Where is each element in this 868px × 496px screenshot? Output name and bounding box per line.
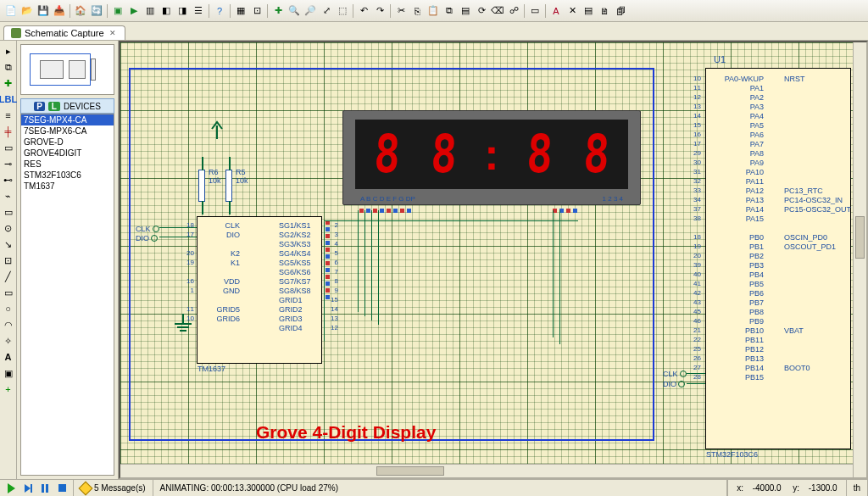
terminal-dio[interactable]: DIO <box>136 234 158 242</box>
schematic-icon <box>11 28 21 38</box>
page-next-icon[interactable]: ◨ <box>175 3 190 19</box>
help-icon[interactable]: ? <box>212 3 227 19</box>
erc-icon[interactable]: A <box>548 3 564 19</box>
device-item[interactable]: 7SEG-MPX6-CA <box>21 125 114 137</box>
text-script-icon[interactable]: ≡ <box>2 109 15 122</box>
bom-icon[interactable]: ✕ <box>565 3 580 19</box>
select-icon[interactable]: ▸ <box>2 44 15 58</box>
chip-tm1637[interactable]: 18CLK17DIO20K219K116VDD1GND11GRID510GRID… <box>197 216 322 364</box>
tab-schematic-capture[interactable]: Schematic Capture ✕ <box>3 25 125 40</box>
sim-play-icon[interactable] <box>5 482 17 494</box>
tape-icon[interactable]: ▭ <box>2 205 15 219</box>
block-move-icon[interactable]: ▤ <box>458 3 473 19</box>
side-panel: P L DEVICES 7SEG-MPX4-CA7SEG-MPX6-CAGROV… <box>17 41 119 479</box>
play-sim-icon[interactable]: ▶ <box>126 3 142 19</box>
zoom-out-icon[interactable]: 🔎 <box>303 3 318 19</box>
rect-icon[interactable]: ▭ <box>2 286 15 299</box>
schematic-canvas[interactable]: Grove 4-Digit Display CLK DIO R610k R510… <box>119 41 868 479</box>
resistor-r6[interactable] <box>198 170 205 202</box>
terminal-u1-clk[interactable]: CLK <box>663 370 687 378</box>
list-icon[interactable]: ☰ <box>191 3 206 19</box>
warning-icon <box>79 481 93 495</box>
graph-icon[interactable]: ⌁ <box>2 189 15 203</box>
main-toolbar: 📄 📂 💾 📥 🏠 🔄 ▣ ▶ ▥ ◧ ◨ ☰ ? ▦ ⊡ ✚ 🔍 🔎 ⤢ ⬚ … <box>0 0 868 22</box>
snap-icon[interactable]: ⊡ <box>249 3 264 19</box>
arc-icon[interactable]: ◠ <box>2 318 15 332</box>
import-icon[interactable]: 📥 <box>52 3 67 19</box>
device-item[interactable]: RES <box>21 159 114 170</box>
component-icon[interactable]: ⧉ <box>2 60 15 74</box>
new-icon[interactable]: 📄 <box>3 3 19 19</box>
grid-icon[interactable]: ▦ <box>233 3 248 19</box>
paste-icon[interactable]: 📋 <box>426 3 441 19</box>
device-item[interactable]: TM1637 <box>21 181 114 192</box>
colon: : <box>484 132 498 176</box>
sim-step-icon[interactable] <box>22 482 34 494</box>
center-icon[interactable]: ✚ <box>270 3 286 19</box>
bus-icon[interactable]: ╪ <box>2 125 15 138</box>
line-icon[interactable]: ╱ <box>2 270 15 283</box>
digit-3: 8 <box>526 128 554 181</box>
pin-icon[interactable]: ⊷ <box>2 173 15 187</box>
block-copy-icon[interactable]: ⧉ <box>442 3 457 19</box>
status-bar: 5 Message(s) ANIMATING: 00:00:13.300000 … <box>0 479 868 496</box>
junction-icon[interactable]: ✚ <box>2 76 15 90</box>
instrument-icon[interactable]: ⊡ <box>2 254 15 267</box>
open-icon[interactable]: 📂 <box>19 3 35 19</box>
messages-cell[interactable]: 5 Message(s) <box>74 480 153 496</box>
board-icon[interactable]: ▣ <box>110 3 125 19</box>
redo-icon[interactable]: ↷ <box>372 3 387 19</box>
mode-toolbar: ▸ ⧉ ✚ LBL ≡ ╪ ▭ ⊸ ⊷ ⌁ ▭ ⊙ ↘ ⊡ ╱ ▭ ○ ◠ ✧ … <box>0 41 17 479</box>
device-item[interactable]: GROVE4DIGIT <box>21 148 114 159</box>
device-item[interactable]: 7SEG-MPX4-CA <box>21 114 114 125</box>
label-icon[interactable]: LBL <box>2 92 15 106</box>
block-delete-icon[interactable]: ⌫ <box>490 3 505 19</box>
library-icon[interactable]: ☍ <box>506 3 521 19</box>
power-vcc-icon <box>205 120 239 142</box>
seven-seg-display[interactable]: 8 8 : 8 8 A B C D E F G DP 1 2 3 4 <box>342 110 641 205</box>
sim-stop-icon[interactable] <box>56 482 68 494</box>
chip-stm32[interactable]: 10PA0-WKUP11PA112PA213PA314PA415PA516PA6… <box>705 68 851 449</box>
pick-icon[interactable]: P <box>34 102 45 111</box>
device-list[interactable]: 7SEG-MPX4-CA7SEG-MPX6-CAGROVE-DGROVE4DIG… <box>20 114 114 476</box>
refresh-icon[interactable]: 🔄 <box>89 3 104 19</box>
terminal-icon[interactable]: ⊸ <box>2 157 15 170</box>
report-icon[interactable]: 🗎 <box>597 3 612 19</box>
plus-icon[interactable]: + <box>2 382 15 396</box>
terminal-u1-dio[interactable]: DIO <box>663 380 685 388</box>
sim-pause-icon[interactable] <box>39 482 51 494</box>
digit-1: 8 <box>372 128 401 181</box>
zoom-fit-icon[interactable]: ⤢ <box>319 3 334 19</box>
copy-icon[interactable]: ⎘ <box>409 3 425 19</box>
home-icon[interactable]: 🏠 <box>73 3 88 19</box>
horizontal-scrollbar[interactable] <box>120 464 853 477</box>
undo-icon[interactable]: ↶ <box>356 3 371 19</box>
device-item[interactable]: GROVE-D <box>21 137 114 148</box>
digit-4: 8 <box>582 128 611 181</box>
page-prev-icon[interactable]: ◧ <box>159 3 174 19</box>
zoom-in-icon[interactable]: 🔍 <box>287 3 302 19</box>
library-toggle-icon[interactable]: L <box>48 102 60 111</box>
subsheet-icon[interactable]: ▭ <box>2 141 15 154</box>
export-icon[interactable]: 🗐 <box>613 3 628 19</box>
circle-icon[interactable]: ○ <box>2 302 15 315</box>
sheet-icon[interactable]: ▥ <box>142 3 158 19</box>
terminal-clk[interactable]: CLK <box>136 225 159 233</box>
save-icon[interactable]: 💾 <box>36 3 51 19</box>
cut-icon[interactable]: ✂ <box>393 3 409 19</box>
block-rotate-icon[interactable]: ⟳ <box>474 3 489 19</box>
text-icon[interactable]: A <box>2 350 15 364</box>
overview-window[interactable] <box>20 44 114 95</box>
device-item[interactable]: STM32F103C6 <box>21 170 114 181</box>
vertical-scrollbar[interactable] <box>853 42 866 477</box>
path-icon[interactable]: ✧ <box>2 334 15 348</box>
close-icon[interactable]: ✕ <box>108 28 118 38</box>
symbol-icon[interactable]: ▣ <box>2 366 15 380</box>
netlist-icon[interactable]: ▤ <box>581 3 596 19</box>
generator-icon[interactable]: ⊙ <box>2 221 15 235</box>
resistor-r5[interactable] <box>225 170 232 202</box>
package-icon[interactable]: ▭ <box>527 3 542 19</box>
zoom-area-icon[interactable]: ⬚ <box>335 3 350 19</box>
module-title: Grove 4-Digit Display <box>256 422 436 443</box>
probe-icon[interactable]: ↘ <box>2 237 15 251</box>
